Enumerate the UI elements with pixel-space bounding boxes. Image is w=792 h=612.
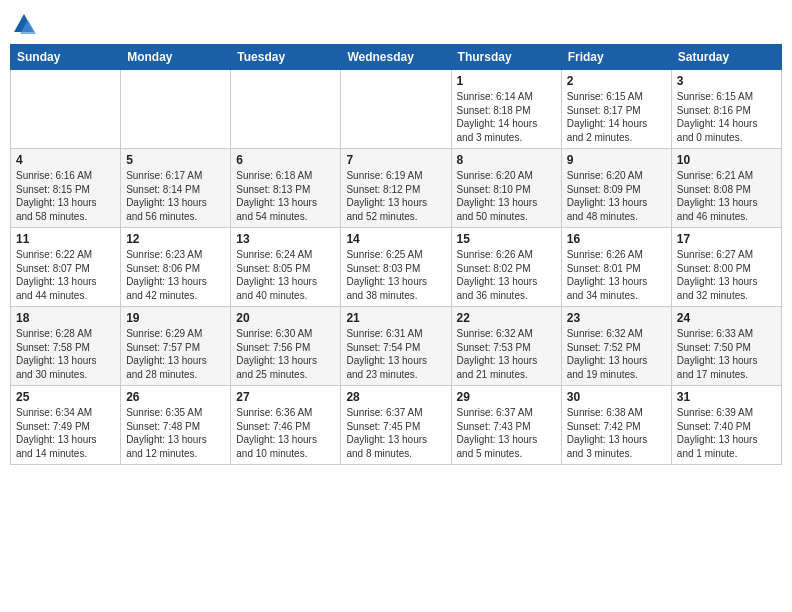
day-number: 31 bbox=[677, 390, 776, 404]
day-info: Sunrise: 6:26 AM Sunset: 8:01 PM Dayligh… bbox=[567, 248, 666, 302]
day-info: Sunrise: 6:24 AM Sunset: 8:05 PM Dayligh… bbox=[236, 248, 335, 302]
day-number: 29 bbox=[457, 390, 556, 404]
calendar-cell: 18Sunrise: 6:28 AM Sunset: 7:58 PM Dayli… bbox=[11, 307, 121, 386]
day-number: 22 bbox=[457, 311, 556, 325]
calendar-cell: 17Sunrise: 6:27 AM Sunset: 8:00 PM Dayli… bbox=[671, 228, 781, 307]
calendar-cell: 15Sunrise: 6:26 AM Sunset: 8:02 PM Dayli… bbox=[451, 228, 561, 307]
day-number: 13 bbox=[236, 232, 335, 246]
calendar-cell: 10Sunrise: 6:21 AM Sunset: 8:08 PM Dayli… bbox=[671, 149, 781, 228]
day-number: 19 bbox=[126, 311, 225, 325]
calendar-cell: 9Sunrise: 6:20 AM Sunset: 8:09 PM Daylig… bbox=[561, 149, 671, 228]
day-number: 6 bbox=[236, 153, 335, 167]
calendar-cell: 7Sunrise: 6:19 AM Sunset: 8:12 PM Daylig… bbox=[341, 149, 451, 228]
calendar-header-row: SundayMondayTuesdayWednesdayThursdayFrid… bbox=[11, 45, 782, 70]
day-info: Sunrise: 6:36 AM Sunset: 7:46 PM Dayligh… bbox=[236, 406, 335, 460]
calendar-cell: 27Sunrise: 6:36 AM Sunset: 7:46 PM Dayli… bbox=[231, 386, 341, 465]
calendar-cell: 2Sunrise: 6:15 AM Sunset: 8:17 PM Daylig… bbox=[561, 70, 671, 149]
day-info: Sunrise: 6:20 AM Sunset: 8:10 PM Dayligh… bbox=[457, 169, 556, 223]
day-info: Sunrise: 6:35 AM Sunset: 7:48 PM Dayligh… bbox=[126, 406, 225, 460]
day-info: Sunrise: 6:28 AM Sunset: 7:58 PM Dayligh… bbox=[16, 327, 115, 381]
day-number: 7 bbox=[346, 153, 445, 167]
calendar-week-row: 11Sunrise: 6:22 AM Sunset: 8:07 PM Dayli… bbox=[11, 228, 782, 307]
day-number: 11 bbox=[16, 232, 115, 246]
page-header bbox=[10, 10, 782, 38]
day-number: 9 bbox=[567, 153, 666, 167]
day-info: Sunrise: 6:16 AM Sunset: 8:15 PM Dayligh… bbox=[16, 169, 115, 223]
day-number: 18 bbox=[16, 311, 115, 325]
day-number: 23 bbox=[567, 311, 666, 325]
day-info: Sunrise: 6:34 AM Sunset: 7:49 PM Dayligh… bbox=[16, 406, 115, 460]
calendar-cell: 5Sunrise: 6:17 AM Sunset: 8:14 PM Daylig… bbox=[121, 149, 231, 228]
day-number: 17 bbox=[677, 232, 776, 246]
logo bbox=[10, 10, 42, 38]
day-info: Sunrise: 6:32 AM Sunset: 7:52 PM Dayligh… bbox=[567, 327, 666, 381]
day-number: 16 bbox=[567, 232, 666, 246]
day-info: Sunrise: 6:15 AM Sunset: 8:16 PM Dayligh… bbox=[677, 90, 776, 144]
day-number: 27 bbox=[236, 390, 335, 404]
calendar-cell bbox=[341, 70, 451, 149]
calendar-cell: 11Sunrise: 6:22 AM Sunset: 8:07 PM Dayli… bbox=[11, 228, 121, 307]
calendar-cell: 28Sunrise: 6:37 AM Sunset: 7:45 PM Dayli… bbox=[341, 386, 451, 465]
day-header-wednesday: Wednesday bbox=[341, 45, 451, 70]
calendar-cell: 12Sunrise: 6:23 AM Sunset: 8:06 PM Dayli… bbox=[121, 228, 231, 307]
day-info: Sunrise: 6:18 AM Sunset: 8:13 PM Dayligh… bbox=[236, 169, 335, 223]
day-number: 2 bbox=[567, 74, 666, 88]
day-header-tuesday: Tuesday bbox=[231, 45, 341, 70]
calendar-table: SundayMondayTuesdayWednesdayThursdayFrid… bbox=[10, 44, 782, 465]
day-info: Sunrise: 6:21 AM Sunset: 8:08 PM Dayligh… bbox=[677, 169, 776, 223]
calendar-cell bbox=[121, 70, 231, 149]
day-info: Sunrise: 6:37 AM Sunset: 7:43 PM Dayligh… bbox=[457, 406, 556, 460]
day-number: 10 bbox=[677, 153, 776, 167]
day-info: Sunrise: 6:26 AM Sunset: 8:02 PM Dayligh… bbox=[457, 248, 556, 302]
day-info: Sunrise: 6:33 AM Sunset: 7:50 PM Dayligh… bbox=[677, 327, 776, 381]
day-header-thursday: Thursday bbox=[451, 45, 561, 70]
calendar-cell: 26Sunrise: 6:35 AM Sunset: 7:48 PM Dayli… bbox=[121, 386, 231, 465]
calendar-cell: 1Sunrise: 6:14 AM Sunset: 8:18 PM Daylig… bbox=[451, 70, 561, 149]
day-number: 3 bbox=[677, 74, 776, 88]
day-info: Sunrise: 6:22 AM Sunset: 8:07 PM Dayligh… bbox=[16, 248, 115, 302]
day-number: 28 bbox=[346, 390, 445, 404]
calendar-cell: 8Sunrise: 6:20 AM Sunset: 8:10 PM Daylig… bbox=[451, 149, 561, 228]
calendar-cell bbox=[11, 70, 121, 149]
calendar-cell bbox=[231, 70, 341, 149]
calendar-cell: 13Sunrise: 6:24 AM Sunset: 8:05 PM Dayli… bbox=[231, 228, 341, 307]
day-number: 26 bbox=[126, 390, 225, 404]
calendar-week-row: 18Sunrise: 6:28 AM Sunset: 7:58 PM Dayli… bbox=[11, 307, 782, 386]
calendar-cell: 24Sunrise: 6:33 AM Sunset: 7:50 PM Dayli… bbox=[671, 307, 781, 386]
calendar-cell: 4Sunrise: 6:16 AM Sunset: 8:15 PM Daylig… bbox=[11, 149, 121, 228]
day-number: 25 bbox=[16, 390, 115, 404]
day-info: Sunrise: 6:29 AM Sunset: 7:57 PM Dayligh… bbox=[126, 327, 225, 381]
day-info: Sunrise: 6:32 AM Sunset: 7:53 PM Dayligh… bbox=[457, 327, 556, 381]
day-number: 12 bbox=[126, 232, 225, 246]
day-info: Sunrise: 6:27 AM Sunset: 8:00 PM Dayligh… bbox=[677, 248, 776, 302]
calendar-cell: 25Sunrise: 6:34 AM Sunset: 7:49 PM Dayli… bbox=[11, 386, 121, 465]
logo-icon bbox=[10, 10, 38, 38]
day-info: Sunrise: 6:19 AM Sunset: 8:12 PM Dayligh… bbox=[346, 169, 445, 223]
calendar-cell: 21Sunrise: 6:31 AM Sunset: 7:54 PM Dayli… bbox=[341, 307, 451, 386]
calendar-cell: 20Sunrise: 6:30 AM Sunset: 7:56 PM Dayli… bbox=[231, 307, 341, 386]
calendar-cell: 3Sunrise: 6:15 AM Sunset: 8:16 PM Daylig… bbox=[671, 70, 781, 149]
day-number: 5 bbox=[126, 153, 225, 167]
day-number: 14 bbox=[346, 232, 445, 246]
day-number: 21 bbox=[346, 311, 445, 325]
calendar-week-row: 4Sunrise: 6:16 AM Sunset: 8:15 PM Daylig… bbox=[11, 149, 782, 228]
calendar-week-row: 1Sunrise: 6:14 AM Sunset: 8:18 PM Daylig… bbox=[11, 70, 782, 149]
day-info: Sunrise: 6:23 AM Sunset: 8:06 PM Dayligh… bbox=[126, 248, 225, 302]
calendar-cell: 14Sunrise: 6:25 AM Sunset: 8:03 PM Dayli… bbox=[341, 228, 451, 307]
day-header-sunday: Sunday bbox=[11, 45, 121, 70]
day-number: 8 bbox=[457, 153, 556, 167]
day-info: Sunrise: 6:25 AM Sunset: 8:03 PM Dayligh… bbox=[346, 248, 445, 302]
calendar-week-row: 25Sunrise: 6:34 AM Sunset: 7:49 PM Dayli… bbox=[11, 386, 782, 465]
calendar-cell: 22Sunrise: 6:32 AM Sunset: 7:53 PM Dayli… bbox=[451, 307, 561, 386]
day-number: 30 bbox=[567, 390, 666, 404]
calendar-cell: 29Sunrise: 6:37 AM Sunset: 7:43 PM Dayli… bbox=[451, 386, 561, 465]
day-header-friday: Friday bbox=[561, 45, 671, 70]
day-info: Sunrise: 6:20 AM Sunset: 8:09 PM Dayligh… bbox=[567, 169, 666, 223]
day-number: 24 bbox=[677, 311, 776, 325]
calendar-cell: 31Sunrise: 6:39 AM Sunset: 7:40 PM Dayli… bbox=[671, 386, 781, 465]
calendar-cell: 23Sunrise: 6:32 AM Sunset: 7:52 PM Dayli… bbox=[561, 307, 671, 386]
day-info: Sunrise: 6:37 AM Sunset: 7:45 PM Dayligh… bbox=[346, 406, 445, 460]
calendar-cell: 19Sunrise: 6:29 AM Sunset: 7:57 PM Dayli… bbox=[121, 307, 231, 386]
calendar-cell: 30Sunrise: 6:38 AM Sunset: 7:42 PM Dayli… bbox=[561, 386, 671, 465]
day-number: 1 bbox=[457, 74, 556, 88]
